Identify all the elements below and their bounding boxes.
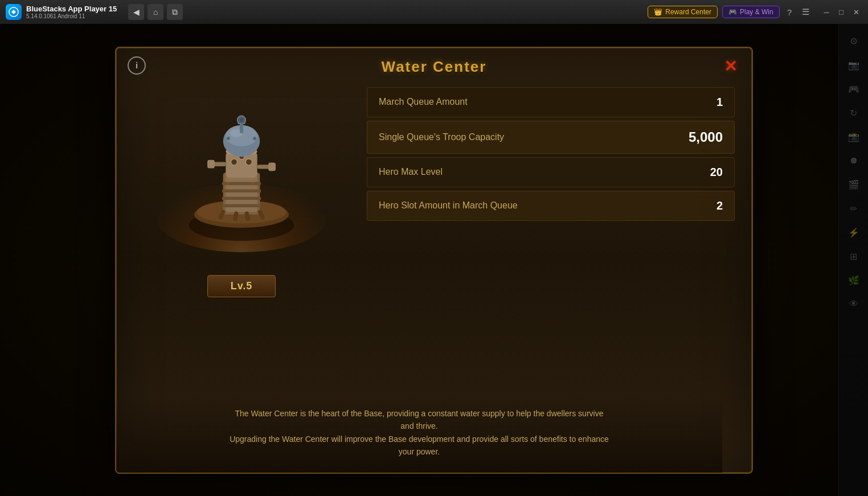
- close-x-icon: ✕: [724, 57, 737, 76]
- description-line2: and thrive.: [400, 421, 437, 431]
- svg-point-12: [231, 159, 238, 165]
- modal-close-button[interactable]: ✕: [720, 56, 740, 77]
- svg-point-18: [253, 137, 256, 140]
- stat-row-hero-slot: Hero Slot Amount in March Queue 2: [367, 191, 735, 221]
- description-line4: your power.: [399, 447, 440, 456]
- maximize-button[interactable]: □: [835, 6, 847, 18]
- svg-rect-7: [222, 189, 261, 192]
- app-info: BlueStacks App Player 15 5.14.0.1061 And…: [26, 5, 117, 19]
- stat-value-troop-capacity: 5,000: [689, 129, 723, 145]
- svg-rect-8: [222, 196, 261, 200]
- play-win-label: Play & Win: [740, 8, 773, 16]
- nav-home-button[interactable]: ⌂: [148, 4, 163, 20]
- svg-rect-9: [222, 204, 261, 207]
- modal-overlay: i Water Center ✕: [0, 24, 868, 496]
- stat-label-march-queue: March Queue Amount: [379, 97, 468, 107]
- svg-rect-26: [207, 159, 215, 168]
- titlebar: BlueStacks App Player 15 5.14.0.1061 And…: [0, 0, 868, 24]
- stat-value-hero-slot: 2: [716, 199, 723, 212]
- app-name: BlueStacks App Player 15: [26, 5, 117, 13]
- nav-back-button[interactable]: ◀: [128, 4, 144, 20]
- svg-rect-28: [268, 162, 276, 171]
- stat-label-hero-max-level: Hero Max Level: [379, 167, 443, 177]
- description-line3: Upgrading the Water Center will improve …: [230, 434, 609, 444]
- reward-center-button[interactable]: 👑 Reward Center: [648, 6, 718, 18]
- app-logo: [6, 4, 22, 20]
- nav-tab-button[interactable]: ⧉: [167, 4, 183, 20]
- modal-title: Water Center: [382, 58, 487, 75]
- svg-rect-34: [252, 180, 253, 188]
- reward-center-label: Reward Center: [665, 8, 711, 16]
- titlebar-right: 👑 Reward Center 🎮 Play & Win ? ☰ ─ □ ✕: [648, 5, 862, 19]
- building-image: [179, 104, 304, 241]
- description-text: The Water Center is the heart of the Bas…: [150, 407, 688, 458]
- stat-value-hero-max-level: 20: [710, 166, 723, 179]
- minimize-button[interactable]: ─: [820, 6, 833, 18]
- info-icon: i: [136, 60, 138, 70]
- nav-buttons: ◀ ⌂ ⧉: [128, 4, 183, 20]
- svg-line-29: [220, 212, 223, 217]
- info-button[interactable]: i: [128, 56, 146, 75]
- stat-row-hero-max-level: Hero Max Level 20: [367, 157, 735, 187]
- reward-icon: 👑: [654, 8, 662, 16]
- building-image-container: [145, 93, 338, 264]
- modal-description: The Water Center is the heart of the Bas…: [116, 396, 722, 473]
- menu-button[interactable]: ☰: [799, 5, 812, 19]
- level-badge: Lv.5: [207, 275, 276, 297]
- svg-point-17: [227, 137, 230, 140]
- window-controls: ─ □ ✕: [820, 6, 862, 18]
- svg-line-31: [247, 214, 248, 219]
- modal-title-area: i Water Center ✕: [116, 48, 752, 81]
- stat-value-march-queue: 1: [716, 96, 723, 109]
- close-button[interactable]: ✕: [850, 6, 862, 18]
- help-button[interactable]: ?: [784, 6, 795, 19]
- svg-point-13: [245, 159, 252, 165]
- play-win-icon: 🎮: [728, 8, 737, 16]
- main-area: i Water Center ✕: [0, 24, 868, 496]
- water-center-modal: i Water Center ✕: [115, 47, 753, 474]
- level-text: Lv.5: [231, 280, 253, 292]
- stat-row-troop-capacity: Single Queue's Troop Capacity 5,000: [367, 121, 735, 154]
- stat-label-hero-slot: Hero Slot Amount in March Queue: [379, 200, 518, 211]
- stat-row-march-queue: March Queue Amount 1: [367, 87, 735, 117]
- svg-line-30: [235, 214, 236, 219]
- app-version: 5.14.0.1061 Android 11: [26, 13, 117, 19]
- stat-label-troop-capacity: Single Queue's Troop Capacity: [379, 132, 504, 142]
- svg-line-32: [260, 212, 263, 217]
- svg-rect-33: [227, 178, 228, 188]
- play-win-button[interactable]: 🎮 Play & Win: [722, 6, 780, 18]
- description-line1: The Water Center is the heart of the Bas…: [235, 409, 604, 418]
- svg-point-24: [239, 118, 243, 122]
